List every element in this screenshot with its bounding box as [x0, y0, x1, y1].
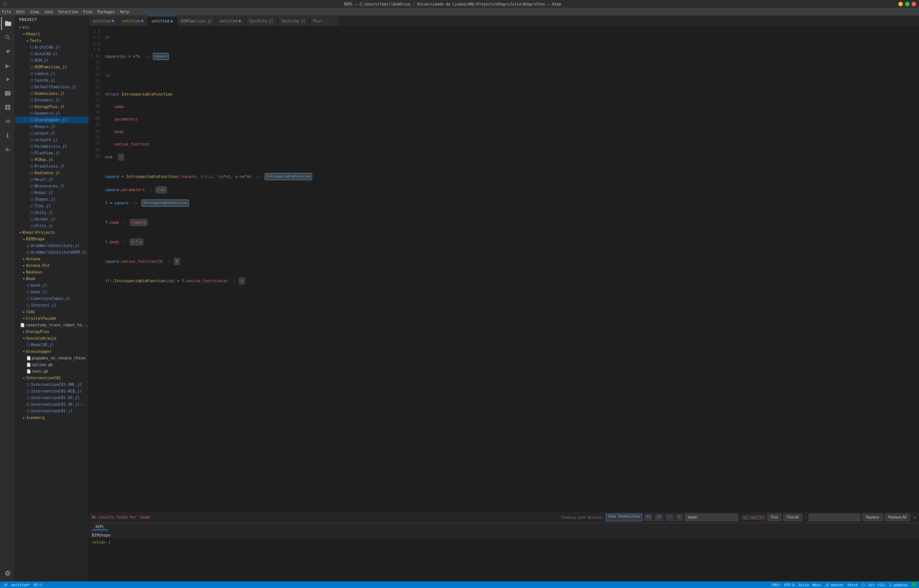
tree-item-energyplus-jl[interactable]: ⬡ EnergyPlus.jl: [15, 103, 89, 110]
tree-item-crystalfacade[interactable]: ▾ CrystalFacade: [15, 315, 89, 321]
tree-item-book-jl-[interactable]: ⬡ book.jl-: [15, 289, 89, 295]
tree-item-output4-jl[interactable]: ⬡ output4.jl: [15, 136, 89, 143]
repl-area[interactable]: julia> |: [89, 538, 919, 582]
minimize-btn[interactable]: [898, 2, 903, 6]
find-case-insensitive[interactable]: Case Insensitive: [606, 514, 642, 521]
tree-item-interventionc01-jl[interactable]: ⬡ InterventionC01.jl: [15, 407, 89, 414]
tree-item-bim-jl[interactable]: ⬡ BIM.jl: [15, 57, 89, 64]
find-input[interactable]: [685, 514, 738, 521]
terminal-icon[interactable]: [1, 87, 15, 100]
tree-item-book[interactable]: ▾ Book: [15, 275, 89, 282]
repl-tab[interactable]: REPL: [92, 524, 108, 530]
tab-0[interactable]: untitled: [89, 16, 118, 26]
tree-item-geometry-jl[interactable]: ⬡ Geometry.jl: [15, 110, 89, 116]
tree-item-astana[interactable]: ▸ Astana: [15, 255, 89, 262]
replace-all-button[interactable]: Replace All: [885, 514, 910, 521]
tree-item-output-jl[interactable]: ⬡ output.jl: [15, 130, 89, 136]
tree-item-shapes-jl[interactable]: ⬡ Shapes.jl: [15, 196, 89, 202]
code-editor[interactable]: 1 2 3 4 5 6 7 8 9 10 11 12 13 14 15 16 1…: [89, 26, 919, 512]
tree-item-coberturatabos-jl[interactable]: ⬡ CoberturaTabos.jl: [15, 295, 89, 302]
tree-item-khepri[interactable]: ▾ Khepri: [15, 31, 89, 37]
tree-item-astana-old[interactable]: ▸ Astana.Old: [15, 262, 89, 269]
tab-1[interactable]: untitled: [118, 16, 148, 26]
tree-item-khepri-jl[interactable]: ⬡ Khepri.jl: [15, 123, 89, 130]
info-icon[interactable]: ℹ: [1, 129, 15, 142]
close-btn[interactable]: [912, 2, 916, 6]
tree-item-arabworldinstitute-jl[interactable]: ⬡ ArabWorldInstitute.jl: [15, 242, 89, 249]
menu-file[interactable]: File: [2, 10, 11, 14]
tree-item-test-gh[interactable]: 📄 test.gh: [15, 368, 89, 375]
menu-packages[interactable]: Packages: [97, 10, 115, 14]
tree-item-src[interactable]: ▾ src: [15, 24, 89, 31]
settings-icon[interactable]: [1, 567, 15, 580]
menu-juno[interactable]: Juno: [44, 10, 53, 14]
find-button[interactable]: Find: [767, 514, 781, 521]
tree-item-coords-jl[interactable]: ⬡ Coords.jl: [15, 77, 89, 83]
tree-item-tikz-jl[interactable]: ⬡ Tikz.jl: [15, 202, 89, 209]
tab-5[interactable]: SyncFile.jl: [245, 16, 277, 26]
tree-item-tests[interactable]: ▾ Tests: [15, 37, 89, 44]
tree-item-arabworldinstitutebim-jl[interactable]: ⬡ ArabWorldInstituteBIM.jl: [15, 249, 89, 255]
code-content[interactable]: #= square(x) = x*x |> square =# struct I…: [102, 26, 919, 512]
tree-item-revit-jl[interactable]: ⬡ Revit.jl: [15, 176, 89, 183]
menu-find[interactable]: Find: [84, 10, 92, 14]
tree-item-robot-jl[interactable]: ⬡ Robot.jl: [15, 189, 89, 196]
tree-item-book-jl[interactable]: ⬡ book.jl: [15, 282, 89, 289]
tree-item-radiance-jl[interactable]: ⬡ Radiance.jl: [15, 170, 89, 176]
tree-item-cgal[interactable]: ▸ CGAL: [15, 309, 89, 315]
source-control-icon[interactable]: [1, 45, 15, 58]
tree-item-interventionc01-rcb-jl[interactable]: ⬡ InterventionC01-RCB.jl: [15, 388, 89, 394]
run-icon[interactable]: [1, 73, 15, 86]
tree-item-casestudy-truss-robot-te---[interactable]: 📄 casestudy_truss_robot_te...: [15, 321, 89, 328]
tree-item-encoders-jl[interactable]: ⬡ Encoders.jl: [15, 97, 89, 103]
find-whole-word[interactable]: ab: [655, 514, 663, 521]
grid-icon[interactable]: [1, 101, 15, 114]
tree-item-spline-gh[interactable]: 📄 spline.gh: [15, 361, 89, 368]
replace-button[interactable]: Replace: [862, 514, 883, 521]
tree-item-archicad-jl[interactable]: ⬡ ArchiCAD.jl: [15, 44, 89, 50]
menu-help[interactable]: Help: [120, 10, 129, 14]
tree-item-model3d-jl[interactable]: ⬡ Model3D.jl: [15, 341, 89, 348]
tree-item-isenberg[interactable]: ▸ Isenberg: [15, 414, 89, 421]
tree-item-energyplus[interactable]: ▸ EnergyPlus: [15, 328, 89, 335]
find-other[interactable]: ⊕: [676, 514, 682, 521]
tab-2[interactable]: untitled: [148, 16, 177, 26]
tree-item-interventionc01-sf-jl[interactable]: ⬡ InterventionC01-SF.jl: [15, 394, 89, 401]
tree-item-utils-jl[interactable]: ⬡ Utils.jl: [15, 222, 89, 229]
tree-item-planview-jl[interactable]: ⬡ PlanView.jl: [15, 150, 89, 156]
tab-3[interactable]: BIMFamilies.jl: [177, 16, 216, 26]
list-icon[interactable]: [1, 115, 15, 128]
tree-item-interact-jl[interactable]: ⬡ Interact.jl: [15, 302, 89, 309]
tree-item-rhinoceros-jl[interactable]: ⬡ Rhinoceros.jl: [15, 183, 89, 189]
explorer-icon[interactable]: [1, 17, 15, 30]
tree-item-pagodes-nu-renata-rhino[interactable]: 📄 pagodes_nu_renata_rhino: [15, 355, 89, 361]
maximize-btn[interactable]: [905, 2, 909, 6]
tree-item-unreal-jl[interactable]: ⬡ Unreal.jl: [15, 216, 89, 222]
tab-7[interactable]: Plur...: [310, 16, 339, 26]
tree-item-dimensions-jl[interactable]: ⬡ Dimensions.jl: [15, 90, 89, 97]
tree-item-parametrics-jl[interactable]: ⬡ Parametrics.jl: [15, 143, 89, 150]
tree-item-grasshopper-jl[interactable]: ⬡ Grasshopper.jl: [15, 116, 89, 123]
tree-item-khepriprojects[interactable]: ▾ KhepriProjects: [15, 229, 89, 236]
menu-edit[interactable]: Edit: [16, 10, 25, 14]
file-tree[interactable]: ▾ src▾ Khepri▾ Tests⬡ ArchiCAD.jl⬡ AutoC…: [15, 24, 89, 582]
tree-item-interventionc01[interactable]: ▾ InterventionC01: [15, 375, 89, 381]
tree-item-defaultfamilies-jl[interactable]: ⬡ DefaultFamilies.jl: [15, 83, 89, 90]
chart-icon[interactable]: [1, 142, 15, 156]
find-all-button[interactable]: Find All: [783, 514, 802, 521]
find-case-toggle[interactable]: Aa: [644, 514, 653, 521]
find-close-button[interactable]: ✕: [914, 515, 916, 520]
tree-item-pcray-jl[interactable]: ⬡ PCRay.jl: [15, 156, 89, 163]
tree-item-bimshape[interactable]: ▾ BIMShape: [15, 236, 89, 242]
tree-item-autocad-jl[interactable]: ⬡ AutoCAD.jl: [15, 50, 89, 57]
menu-selection[interactable]: Selection: [58, 10, 78, 14]
tree-item-primitives-jl[interactable]: ⬡ Primitives.jl: [15, 163, 89, 170]
tree-item-interventionc01-aml-jl[interactable]: ⬡ InterventionC01-AML.jl: [15, 381, 89, 388]
tree-item-interventionc01-sf-jl--[interactable]: ⬡ InterventionC01-SF.jl--: [15, 401, 89, 407]
debug-icon[interactable]: ▶: [1, 59, 15, 72]
search-icon[interactable]: [1, 31, 15, 44]
replace-input[interactable]: [809, 514, 860, 521]
tree-item-grasshopper[interactable]: ▾ Grasshopper: [15, 348, 89, 355]
tree-item-bauhaus[interactable]: ▸ Bauhaus: [15, 269, 89, 275]
tree-item-unity-jl[interactable]: ⬡ Unity.jl: [15, 209, 89, 216]
